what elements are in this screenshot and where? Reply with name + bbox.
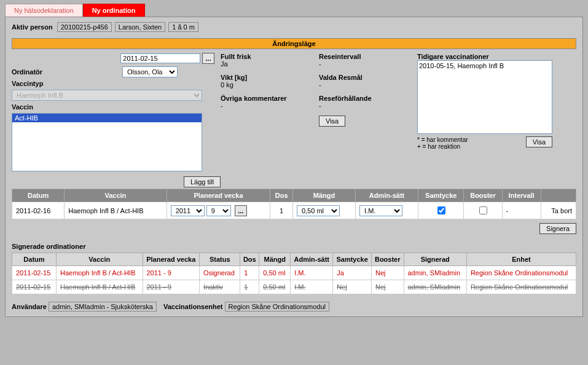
ovriga-label: Övriga kommentarer xyxy=(221,95,313,102)
signed-grid: Datum Vaccin Planerad vecka Status Dos M… xyxy=(12,253,576,294)
col-dos: Dos xyxy=(270,189,293,202)
week-select[interactable]: 9 xyxy=(206,205,231,216)
col-samtycke: Samtycke xyxy=(418,189,464,202)
reseforh-label: Reseförhållande xyxy=(319,95,411,102)
tab-ordination[interactable]: Ny ordination xyxy=(83,4,145,17)
mangd-select[interactable]: 0,50 ml xyxy=(297,205,340,216)
valdaresmal-label: Valda Resmål xyxy=(319,74,411,81)
tab-health[interactable]: Ny hälsodeklaration xyxy=(5,4,83,17)
person-id: 20100215-p456 xyxy=(57,22,112,32)
samtycke-checkbox[interactable] xyxy=(437,206,445,214)
ordination-grid: Datum Vaccin Planerad vecka Dos Mängd Ad… xyxy=(12,189,576,219)
add-button[interactable]: Lägg till xyxy=(184,176,221,187)
valdaresmal-value: - xyxy=(319,81,411,88)
signed-row[interactable]: 2011-02-15 Haemoph Infl B / Act-HIB 2011… xyxy=(12,266,576,280)
col-intervall: Intervall xyxy=(502,189,541,202)
vikt-value: 0 kg xyxy=(221,81,313,88)
vaccine-type-label: Vaccintyp xyxy=(12,80,122,87)
signed-row[interactable]: 2011-02-15 Haemoph Infl B / Act-HIB 2011… xyxy=(12,280,576,294)
col-booster: Booster xyxy=(464,189,502,202)
unit-value: Region Skåne Ordinationsmodul xyxy=(225,302,329,312)
date-picker-button[interactable]: ... xyxy=(202,53,214,64)
year-select[interactable]: 2011 xyxy=(171,205,205,216)
signed-title: Signerade ordinationer xyxy=(12,243,576,250)
col-planerad: Planerad vecka xyxy=(167,189,270,202)
col-mangd: Mängd xyxy=(292,189,355,202)
remove-link[interactable]: Ta bort xyxy=(551,207,572,214)
fulltfrisk-label: Fullt frisk xyxy=(221,53,313,60)
footer-row: Användare admin, SMIadmin - Sjukskötersk… xyxy=(12,302,576,312)
reseforh-value: - xyxy=(319,102,411,109)
person-name: Larson, Sixten xyxy=(115,22,165,32)
visa-prev-button[interactable]: Visa xyxy=(526,136,552,147)
user-label: Användare xyxy=(12,303,47,310)
booster-checkbox[interactable] xyxy=(479,206,487,214)
col-admin: Admin-sätt xyxy=(356,189,418,202)
admin-select[interactable]: I.M. xyxy=(359,205,402,216)
ordinator-label: Ordinatör xyxy=(12,68,122,76)
col-datum: Datum xyxy=(12,189,65,202)
signera-button[interactable]: Signera xyxy=(539,223,576,234)
previous-vacc-box[interactable]: 2010-05-15, Haemoph Infl B xyxy=(417,60,552,134)
person-age: 1 å 0 m xyxy=(168,22,198,32)
previous-vacc-label: Tidigare vaccinationer xyxy=(417,53,576,60)
col-actions xyxy=(541,189,576,202)
grid-row: 2011-02-16 Haemoph Infl B / Act-HIB 2011… xyxy=(12,202,576,219)
cell-dos: 1 xyxy=(270,202,293,219)
ordinator-select[interactable]: Olsson, Ola xyxy=(122,66,178,77)
vaccine-label: Vaccin xyxy=(12,103,122,111)
col-vaccin: Vaccin xyxy=(65,189,167,202)
vikt-label: Vikt [kg] xyxy=(221,74,313,81)
week-picker-button[interactable]: ... xyxy=(235,205,247,216)
active-person-row: Aktiv person 20100215-p456 Larson, Sixte… xyxy=(12,22,576,32)
vaccine-type-select: Haemoph Infl B xyxy=(12,90,202,101)
cell-vaccin: Haemoph Infl B / Act-HIB xyxy=(65,202,167,219)
ovriga-value: - xyxy=(221,102,313,109)
active-person-label: Aktiv person xyxy=(12,23,53,31)
reseinterval-label: Reseintervall xyxy=(319,53,411,60)
reseinterval-value: - xyxy=(319,60,411,68)
mode-banner: Ändringsläge xyxy=(12,38,576,49)
previous-legend: * = har kommentar + = har reaktion xyxy=(417,136,468,150)
fulltfrisk-value: Ja xyxy=(221,60,313,68)
visa-button[interactable]: Visa xyxy=(319,116,345,127)
vaccine-list-item[interactable]: Act-HIB xyxy=(12,114,202,122)
cell-datum: 2011-02-16 xyxy=(12,202,65,219)
date-input[interactable] xyxy=(120,53,200,63)
vaccine-listbox[interactable]: Act-HIB xyxy=(12,113,202,171)
cell-intervall: - xyxy=(502,202,541,219)
user-value: admin, SMIadmin - Sjuksköterska xyxy=(49,302,157,312)
unit-label: Vaccinationsenhet xyxy=(163,303,223,310)
